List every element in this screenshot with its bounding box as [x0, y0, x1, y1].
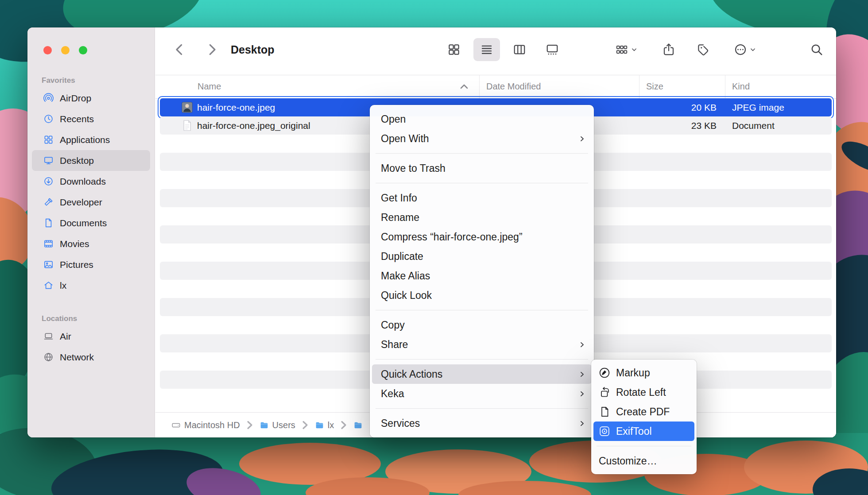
- submenu-item-exiftool[interactable]: ExifTool: [593, 422, 694, 441]
- file-size: 20 KB: [639, 102, 725, 113]
- menu-separator: [376, 408, 588, 409]
- more-actions-button[interactable]: [734, 38, 756, 61]
- submenu-arrow-icon: [579, 135, 585, 142]
- menu-item-move-to-trash[interactable]: Move to Trash: [372, 159, 592, 178]
- file-name: hair-force-one.jpeg: [197, 102, 275, 113]
- back-button[interactable]: [172, 38, 186, 61]
- chevron-up-icon: [459, 81, 469, 92]
- forward-button[interactable]: [205, 38, 219, 61]
- column-header-date-modified[interactable]: Date Modified: [480, 75, 639, 98]
- menu-item-services[interactable]: Services: [372, 414, 592, 433]
- sidebar-item-desktop[interactable]: Desktop: [32, 150, 150, 171]
- ellipsis-circle-icon: [734, 43, 747, 56]
- doc-file-icon: [181, 120, 193, 131]
- view-as-list-button[interactable]: [473, 38, 500, 61]
- sidebar-item-airdrop[interactable]: AirDrop: [32, 88, 150, 108]
- path-item-macintosh-hd[interactable]: Macintosh HD: [171, 420, 240, 430]
- menu-item-quick-look[interactable]: Quick Look: [372, 286, 592, 305]
- search-button[interactable]: [810, 38, 823, 61]
- submenu-item-create-pdf[interactable]: Create PDF: [593, 402, 694, 422]
- folder-icon: [260, 421, 269, 430]
- sidebar-item-movies[interactable]: Movies: [32, 233, 150, 254]
- sidebar-item-downloads[interactable]: Downloads: [32, 171, 150, 192]
- submenu-item-label: Rotate Left: [616, 387, 666, 398]
- sidebar-item-applications[interactable]: Applications: [32, 129, 150, 150]
- submenu-item-markup[interactable]: Markup: [593, 363, 694, 383]
- sidebar-item-network[interactable]: Network: [32, 347, 150, 367]
- menu-item-label: Open: [381, 113, 406, 125]
- submenu-item-label: Create PDF: [616, 406, 670, 418]
- sidebar-item-documents[interactable]: Documents: [32, 213, 150, 233]
- view-list-icon: [480, 43, 493, 56]
- markup-icon: [599, 367, 610, 379]
- column-header-name[interactable]: Name: [155, 75, 480, 98]
- globe-icon: [43, 352, 54, 362]
- chevron-down-icon: [750, 46, 756, 53]
- sidebar-item-air[interactable]: Air: [32, 326, 150, 347]
- minimize-button[interactable]: [61, 46, 70, 54]
- group-button[interactable]: [615, 38, 637, 61]
- submenu-item-rotate-left[interactable]: Rotate Left: [593, 383, 694, 402]
- close-button[interactable]: [43, 46, 52, 54]
- menu-separator: [376, 183, 588, 183]
- chevron-right-icon: [205, 43, 219, 57]
- submenu-item-label: Markup: [616, 367, 650, 379]
- hammer-icon: [43, 197, 54, 207]
- tag-button[interactable]: [697, 38, 710, 61]
- menu-separator: [376, 310, 588, 310]
- sidebar: FavoritesAirDropRecentsApplicationsDeskt…: [27, 27, 155, 437]
- path-item-users[interactable]: Users: [260, 420, 295, 430]
- window-title: Desktop: [231, 38, 275, 61]
- view-as-columns-button[interactable]: [506, 38, 533, 61]
- menu-item-make-alias[interactable]: Make Alias: [372, 266, 592, 286]
- menu-item-open[interactable]: Open: [372, 109, 592, 129]
- menu-item-label: Rename: [381, 212, 419, 224]
- sidebar-item-lx[interactable]: lx: [32, 275, 150, 296]
- zoom-button[interactable]: [79, 46, 87, 54]
- menu-item-copy[interactable]: Copy: [372, 315, 592, 335]
- path-item-lx[interactable]: lx: [315, 420, 334, 430]
- menu-item-quick-actions[interactable]: Quick Actions: [372, 364, 592, 384]
- menu-item-rename[interactable]: Rename: [372, 208, 592, 227]
- submenu-arrow-icon: [579, 420, 585, 427]
- menu-item-share[interactable]: Share: [372, 335, 592, 354]
- document-icon: [43, 218, 54, 228]
- view-as-gallery-button[interactable]: [539, 38, 566, 61]
- view-columns-icon: [513, 43, 526, 56]
- sidebar-item-label: Pictures: [60, 259, 93, 270]
- menu-separator: [597, 446, 691, 446]
- column-header-kind[interactable]: Kind: [725, 75, 836, 98]
- context-menu: OpenOpen WithMove to TrashGet InfoRename…: [370, 105, 594, 437]
- toolbar: Desktop: [155, 27, 836, 75]
- menu-item-open-with[interactable]: Open With: [372, 129, 592, 148]
- menu-item-duplicate[interactable]: Duplicate: [372, 247, 592, 266]
- submenu-item-label: Customize…: [599, 455, 657, 467]
- menu-item-compress-hair-force-one-jpeg[interactable]: Compress “hair-force-one.jpeg”: [372, 227, 592, 247]
- menu-item-label: Services: [381, 418, 420, 429]
- column-header-size[interactable]: Size: [639, 75, 725, 98]
- sidebar-item-pictures[interactable]: Pictures: [32, 254, 150, 275]
- path-item-label: Users: [272, 420, 295, 430]
- menu-item-label: Open With: [381, 133, 429, 145]
- view-as-icons-button[interactable]: [441, 38, 467, 61]
- desktop-icon: [43, 155, 54, 166]
- share-button[interactable]: [662, 38, 675, 61]
- path-item-folder[interactable]: [353, 421, 363, 430]
- hd-icon: [171, 421, 181, 430]
- view-gallery-icon: [546, 43, 559, 56]
- submenu-item-customize[interactable]: Customize…: [593, 451, 694, 471]
- sidebar-item-developer[interactable]: Developer: [32, 192, 150, 213]
- menu-item-label: Quick Actions: [381, 368, 442, 380]
- menu-separator: [376, 359, 588, 360]
- sidebar-item-recents[interactable]: Recents: [32, 108, 150, 129]
- menu-item-get-info[interactable]: Get Info: [372, 188, 592, 208]
- exiftool-icon: [599, 425, 610, 437]
- menu-item-label: Quick Look: [381, 290, 432, 302]
- submenu-arrow-icon: [579, 341, 585, 348]
- clock-icon: [43, 114, 54, 124]
- menu-item-keka[interactable]: Keka: [372, 384, 592, 403]
- submenu-arrow-icon: [579, 371, 585, 378]
- sidebar-item-label: AirDrop: [60, 93, 91, 104]
- file-kind: Document: [725, 120, 832, 131]
- file-kind: JPEG image: [725, 102, 832, 113]
